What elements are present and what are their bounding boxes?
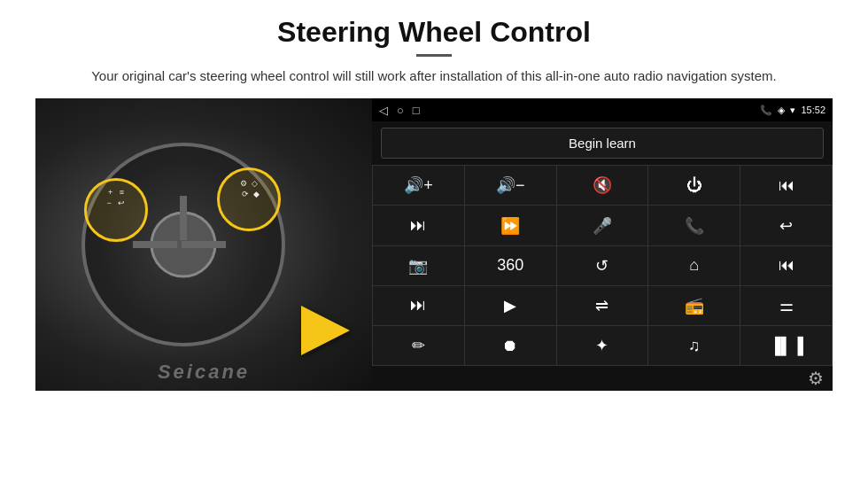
nav-buttons: ◁ ○ □: [379, 104, 420, 117]
page: Steering Wheel Control Your original car…: [0, 0, 868, 482]
arrow-indicator: [301, 306, 350, 355]
source-icon[interactable]: ⇌: [557, 286, 648, 325]
skip-icon[interactable]: ⏭: [373, 286, 464, 325]
bluetooth-icon[interactable]: ✦: [557, 326, 648, 365]
vol-down-icon[interactable]: 🔊−: [465, 166, 556, 205]
location-icon: ◈: [778, 105, 785, 116]
spectrum-icon[interactable]: ▐▌▐: [740, 326, 832, 365]
wifi-icon: ▾: [790, 105, 795, 116]
settings-gear-icon[interactable]: ⚙: [808, 368, 824, 389]
music-icon[interactable]: ♫: [648, 326, 740, 365]
control-icon-grid: 🔊+🔊−🔇⏻⏮⏭⏩🎤📞↩📷360↺⌂⏮⏭▶⇌📻⚌✏⏺✦♫▐▌▐: [372, 165, 833, 366]
begin-learn-row: Begin learn: [372, 121, 833, 165]
360-icon[interactable]: 360: [465, 246, 556, 285]
page-title: Steering Wheel Control: [277, 16, 591, 49]
nav-home-icon[interactable]: ○: [397, 104, 404, 117]
edit-icon[interactable]: ✏: [373, 326, 464, 365]
begin-learn-button[interactable]: Begin learn: [381, 128, 824, 159]
end-call-icon[interactable]: ↩: [740, 206, 832, 245]
phone-status-icon: 📞: [760, 105, 772, 116]
status-bar: ◁ ○ □ 📞 ◈ ▾ 15:52: [372, 98, 833, 121]
nav-recent-icon[interactable]: □: [413, 104, 420, 117]
bottom-bar: ⚙: [372, 366, 833, 391]
page-subtitle: Your original car's steering wheel contr…: [91, 66, 777, 86]
nav-back-icon[interactable]: ◁: [379, 104, 388, 117]
head-unit-panel: ◁ ○ □ 📞 ◈ ▾ 15:52 Begin learn 🔊+🔊−🔇⏻⏮⏭⏩🎤…: [372, 98, 833, 391]
back-nav-icon[interactable]: ↺: [557, 246, 648, 285]
wheel-background: + ≡− ↩ ⚙ ◇ ⟳ ◆ Seicane: [35, 98, 372, 391]
next-icon[interactable]: ⏭: [373, 206, 464, 245]
phone-icon[interactable]: 📞: [648, 206, 740, 245]
status-time: 15:52: [801, 105, 825, 115]
right-button-group-highlight: ⚙ ◇ ⟳ ◆: [217, 167, 281, 231]
left-button-group-highlight: + ≡− ↩: [84, 178, 148, 242]
record-icon[interactable]: ⏺: [465, 326, 556, 365]
radio-icon[interactable]: 📻: [648, 286, 740, 325]
camera-icon[interactable]: 📷: [373, 246, 464, 285]
home-nav-icon[interactable]: ⌂: [648, 246, 740, 285]
mic-icon[interactable]: 🎤: [557, 206, 648, 245]
content-row: + ≡− ↩ ⚙ ◇ ⟳ ◆ Seicane ◁ ○: [35, 98, 833, 391]
eq-icon[interactable]: ⚌: [740, 286, 832, 325]
nav-icon[interactable]: ▶: [465, 286, 556, 325]
call-prev-icon[interactable]: ⏮: [740, 166, 832, 205]
seicane-watermark: Seicane: [158, 361, 250, 384]
title-divider: [416, 54, 452, 57]
prev-icon[interactable]: ⏮: [740, 246, 832, 285]
mute-icon[interactable]: 🔇: [557, 166, 648, 205]
steering-wheel-panel: + ≡− ↩ ⚙ ◇ ⟳ ◆ Seicane: [35, 98, 372, 391]
power-icon[interactable]: ⏻: [648, 166, 740, 205]
status-indicators: 📞 ◈ ▾ 15:52: [760, 105, 825, 116]
vol-up-icon[interactable]: 🔊+: [373, 166, 464, 205]
shuffle-icon[interactable]: ⏩: [465, 206, 556, 245]
